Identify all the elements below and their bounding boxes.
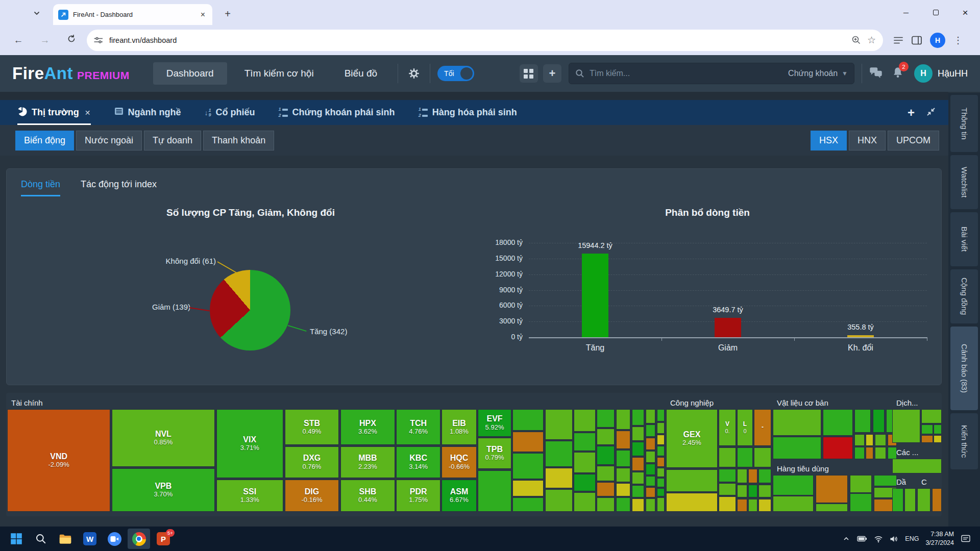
treemap-cell-v[interactable]: V0.	[719, 409, 736, 446]
treemap-cell-asm[interactable]: ASM6.67%	[442, 480, 476, 512]
username[interactable]: HậuHH	[938, 68, 968, 79]
new-tab-button[interactable]: +	[220, 7, 235, 21]
taskbar-app-file-explorer[interactable]	[54, 529, 77, 549]
exchange-tab-hsx[interactable]: HSX	[811, 131, 847, 151]
treemap-cell-evf[interactable]: EVF5.92%	[478, 409, 511, 437]
sidebar-item-kiến-thức[interactable]: Kiến thức	[950, 413, 978, 469]
treemap-cell-dig[interactable]: DIG-0.16%	[285, 480, 339, 512]
wifi-icon[interactable]	[874, 535, 883, 543]
treemap-cell-kbc[interactable]: KBC3.14%	[396, 446, 440, 478]
zoom-page-icon[interactable]	[851, 35, 861, 45]
sidebar-item-thông-tin[interactable]: Thông tin	[950, 95, 978, 152]
settings-gear-icon[interactable]	[405, 68, 423, 79]
sidebar-item-watchlist[interactable]: Watchlist	[950, 155, 978, 209]
workspace-tab-hàng-hóa-phái-sinh[interactable]: 12Hàng hóa phái sinh	[419, 100, 517, 125]
sidebar-item-bài-viết[interactable]: Bài viết	[950, 212, 978, 266]
treemap-cell	[632, 485, 644, 497]
taskbar-app-zoom[interactable]	[103, 529, 126, 549]
filter-tab-biến-động[interactable]: Biến động	[15, 131, 74, 151]
treemap-cell	[545, 409, 573, 440]
back-button[interactable]: ←	[10, 35, 27, 46]
omnibox[interactable]: fireant.vn/dashboard ☆	[87, 30, 883, 51]
notifications-bell-icon[interactable]: 2	[892, 66, 904, 81]
sidebar-item-cộng-đồng[interactable]: Cộng đồng	[950, 269, 978, 323]
browser-tab[interactable]: FireAnt - Dashboard ×	[53, 4, 212, 25]
minimize-button[interactable]: ─	[891, 0, 921, 25]
treemap-cell-nvl[interactable]: NVL0.85%	[112, 409, 215, 467]
treemap-cell-hqc[interactable]: HQC-0.66%	[442, 446, 476, 478]
ticker-label: SSI	[243, 487, 256, 496]
browser-menu-icon[interactable]: ⋮	[953, 35, 963, 46]
treemap-cell-hpx[interactable]: HPX3.62%	[340, 409, 395, 445]
treemap-cell--[interactable]: -	[754, 409, 771, 446]
exchange-tab-hnx[interactable]: HNX	[849, 131, 886, 151]
user-avatar[interactable]: H	[914, 64, 933, 83]
treemap-cell-gex[interactable]: GEX2.45%	[666, 409, 718, 468]
tab-search-button[interactable]	[30, 6, 44, 20]
side-panel-icon[interactable]	[912, 36, 922, 45]
workspace-tab-thị-trường[interactable]: Thị trường✕	[17, 100, 91, 125]
maximize-button[interactable]	[921, 0, 950, 25]
messages-icon[interactable]	[869, 66, 883, 81]
add-tab-button[interactable]: +	[908, 106, 915, 120]
dark-mode-toggle[interactable]: Tối	[437, 66, 474, 81]
fireant-logo[interactable]: FireAntPREMIUM	[12, 64, 130, 83]
treemap-cell	[632, 427, 644, 441]
treemap-cell-tpb[interactable]: TPB0.79%	[478, 438, 511, 468]
treemap-cell-eib[interactable]: EIB1.08%	[442, 409, 476, 445]
treemap-cell-vnd[interactable]: VND-2.09%	[7, 409, 110, 512]
treemap-cell-shb[interactable]: SHB0.44%	[340, 480, 395, 512]
close-tab-icon[interactable]: ✕	[85, 109, 91, 117]
exchange-tab-upcom[interactable]: UPCOM	[888, 131, 939, 151]
percent-label: -0.16%	[301, 496, 322, 504]
taskbar-app-word[interactable]: W	[79, 529, 101, 549]
search-scope-select[interactable]: Chứng khoán	[788, 69, 838, 78]
pie-chart-icon	[17, 107, 27, 119]
tab-close-icon[interactable]: ×	[199, 10, 207, 19]
treemap-cell-stb[interactable]: STB0.49%	[285, 409, 339, 445]
search-input[interactable]	[590, 69, 788, 78]
treemap-cell	[823, 437, 852, 459]
filter-tab-thanh-khoản[interactable]: Thanh khoản	[203, 131, 274, 151]
treemap-cell-l[interactable]: L0	[737, 409, 753, 446]
treemap-cell-pdr[interactable]: PDR1.75%	[396, 480, 440, 512]
taskbar-app-powerpoint[interactable]: P5+	[152, 529, 175, 549]
taskbar-app-chrome[interactable]	[128, 529, 150, 549]
workspace-tab-ngành-nghề[interactable]: Ngành nghề	[114, 100, 181, 125]
taskbar-app-search[interactable]	[30, 529, 52, 549]
collapse-icon[interactable]	[926, 107, 936, 119]
treemap-cell-vpb[interactable]: VPB3.70%	[112, 468, 215, 512]
tray-chevron-up-icon[interactable]	[842, 535, 850, 542]
filter-tab-nước-ngoài[interactable]: Nước ngoài	[76, 131, 142, 151]
forward-button[interactable]: →	[37, 35, 53, 46]
treemap-cell-vix[interactable]: VIX3.71%	[216, 409, 283, 478]
reload-button[interactable]	[63, 34, 80, 46]
extensions-icon[interactable]	[893, 36, 903, 45]
taskbar-app-start[interactable]	[5, 529, 28, 549]
sidebar-item-cảnh-báo-83-[interactable]: Cảnh báo (83)	[950, 327, 978, 410]
bookmark-star-icon[interactable]: ☆	[867, 34, 876, 46]
site-info-icon[interactable]	[94, 36, 103, 44]
close-button[interactable]: ×	[950, 0, 980, 25]
panel-tab-tác-động-tới-index[interactable]: Tác động tới index	[81, 179, 157, 196]
volume-icon[interactable]	[890, 535, 898, 543]
layout-grid-button[interactable]	[520, 64, 538, 83]
add-widget-button[interactable]: +	[543, 64, 561, 83]
nav-item-biểu-đồ[interactable]: Biểu đồ	[331, 62, 390, 85]
browser-profile-avatar[interactable]: H	[930, 33, 945, 48]
treemap-cell-ssi[interactable]: SSI1.33%	[216, 480, 283, 512]
treemap-cell-dxg[interactable]: DXG0.76%	[285, 446, 339, 478]
workspace-tab-cổ-phiếu[interactable]: ↓19Cổ phiếu	[205, 100, 255, 125]
language-indicator[interactable]: ENG	[905, 535, 919, 542]
workspace-tab-chứng-khoán-phái-sinh[interactable]: 12Chứng khoán phái sinh	[279, 100, 395, 125]
treemap-cell-mbb[interactable]: MBB2.23%	[340, 446, 395, 478]
filter-tab-tự-doanh[interactable]: Tự doanh	[144, 131, 201, 151]
nav-item-dashboard[interactable]: Dashboard	[153, 62, 227, 85]
panel-tab-dòng-tiền[interactable]: Dòng tiền	[21, 179, 60, 196]
nav-item-tìm-kiếm-cơ-hội[interactable]: Tìm kiếm cơ hội	[231, 62, 327, 85]
clock[interactable]: 7:38 AM 3/27/2024	[925, 530, 954, 547]
treemap-cell-tch[interactable]: TCH4.76%	[396, 409, 440, 445]
search-bar[interactable]: Chứng khoán ▼	[569, 63, 854, 84]
battery-icon[interactable]	[857, 535, 867, 542]
notification-center-icon[interactable]	[961, 534, 971, 543]
